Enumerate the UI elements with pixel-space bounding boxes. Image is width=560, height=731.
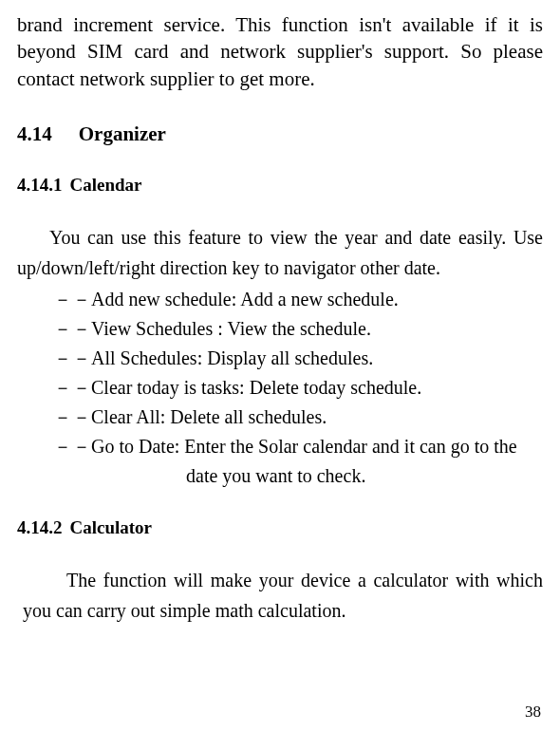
section-heading: 4.14Organizer — [17, 122, 543, 146]
subsection-calendar-title: Calendar — [70, 175, 142, 195]
calendar-intro: You can use this feature to view the yea… — [17, 222, 543, 283]
calculator-body: The function will make your device a cal… — [17, 565, 543, 626]
list-item: －－Add new schedule: Add a new schedule. — [17, 285, 543, 314]
section-title: Organizer — [79, 122, 166, 145]
section-number: 4.14 — [17, 122, 52, 146]
list-item-continuation: date you want to check. — [53, 461, 543, 491]
subsection-calendar-heading: 4.14.1Calendar — [17, 175, 543, 196]
page-number: 38 — [525, 703, 541, 722]
list-item: －－Clear All: Delete all schedules. — [17, 403, 543, 432]
subsection-calculator-number: 4.14.2 — [17, 517, 63, 538]
subsection-calculator-heading: 4.14.2Calculator — [17, 517, 543, 538]
list-item-text: －－Go to Date: Enter the Solar calendar a… — [53, 436, 517, 457]
subsection-calculator-title: Calculator — [70, 517, 153, 537]
list-item: －－Go to Date: Enter the Solar calendar a… — [17, 432, 543, 491]
list-item: －－View Schedules : View the schedule. — [17, 314, 543, 344]
list-item: －－All Schedules: Display all schedules. — [17, 344, 543, 373]
subsection-calendar-number: 4.14.1 — [17, 175, 63, 196]
intro-paragraph: brand increment service. This function i… — [17, 11, 543, 92]
list-item: －－Clear today is tasks: Delete today sch… — [17, 373, 543, 403]
